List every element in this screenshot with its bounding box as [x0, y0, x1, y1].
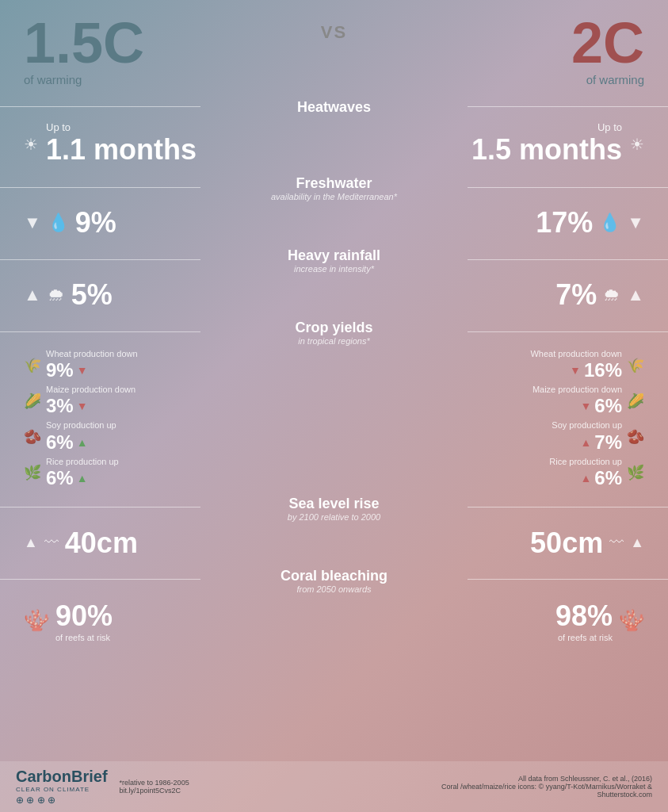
- left-temp-sub: of warming: [24, 73, 144, 86]
- arrow-down-maize-right: ▼: [580, 400, 591, 412]
- crop-subtitle: in tropical regions*: [0, 336, 668, 346]
- heatwaves-left-value: 1.1 months: [46, 133, 197, 167]
- footer-credit: All data from Schleussner, C. et al., (2…: [391, 775, 652, 799]
- sea-level-section-header: Sea level rise by 2100 relative to 2000: [0, 491, 668, 523]
- coral-icon-right: 🪸: [619, 608, 644, 633]
- rainfall-right: 7% 🌧 ▲: [486, 278, 644, 312]
- header: 1.5C of warming VS 2C of warming: [0, 0, 668, 94]
- rice-right-block: Rice production up ▲ 6% 🌿: [549, 457, 644, 489]
- coral-right-value: 98%: [555, 599, 613, 633]
- brand-name: CarbonBrief: [16, 768, 108, 786]
- wheat-left-label: Wheat production down: [46, 349, 138, 359]
- heatwaves-row: ☀ Up to 1.1 months Up to 1.5 months ☀: [0, 117, 668, 170]
- footer-credit-line1: All data from Schleussner, C. et al., (2…: [391, 775, 652, 783]
- crop-block: 🌾 Wheat production down 9% ▼ 🌽 Maize p: [0, 347, 668, 491]
- sea-level-subtitle: by 2100 relative to 2000: [0, 512, 668, 522]
- rice-right-label: Rice production up: [549, 457, 622, 467]
- maize-icon-right: 🌽: [627, 393, 644, 410]
- coral-subtitle: from 2050 onwards: [0, 584, 668, 594]
- drop-icon-right: 💧: [599, 213, 620, 233]
- soy-left-value: 6%: [46, 431, 74, 454]
- sea-level-left-value: 40cm: [65, 527, 138, 560]
- coral-left: 🪸 90% of reefs at risk: [24, 599, 113, 642]
- crop-left: 🌾 Wheat production down 9% ▼ 🌽 Maize p: [24, 349, 182, 489]
- rainfall-left: ▲ 🌧 5%: [24, 278, 182, 312]
- sea-level-row: ▲ 〰 40cm 50cm 〰 ▲: [0, 523, 668, 563]
- maize-left-block: 🌽 Maize production down 3% ▼: [24, 385, 182, 417]
- wheat-right-label: Wheat production down: [530, 349, 622, 359]
- footer-note-line1: *relative to 1986-2005: [120, 779, 380, 787]
- rice-left-block: 🌿 Rice production up 6% ▲: [24, 457, 182, 489]
- freshwater-section-header: Freshwater availability in the Mediterra…: [0, 170, 668, 203]
- soy-icon-left: 🫘: [24, 428, 41, 446]
- maize-left-label: Maize production down: [46, 385, 136, 395]
- wave-icon-left: 〰: [44, 534, 59, 551]
- coral-left-sub: of reefs at risk: [55, 633, 113, 642]
- wheat-left-value: 9%: [46, 359, 74, 381]
- rainfall-title: Heavy rainfall: [288, 247, 380, 264]
- rice-right-value: 6%: [594, 467, 622, 489]
- rice-left-label: Rice production up: [46, 457, 119, 467]
- wheat-right-block: Wheat production down ▼ 16% 🌾: [530, 349, 644, 381]
- rainfall-right-value: 7%: [555, 278, 597, 312]
- coral-right: 98% of reefs at risk 🪸: [555, 599, 644, 642]
- coral-left-value-block: 90% of reefs at risk: [55, 599, 113, 642]
- footer: CarbonBrief CLEAR ON CLIMATE ⊕ ⊕ ⊕ ⊕ *re…: [0, 761, 668, 812]
- rice-icon-right: 🌿: [627, 464, 644, 481]
- heatwaves-left-label: Up to: [46, 121, 197, 133]
- right-temp-block: 2C of warming: [571, 14, 644, 86]
- drop-icon-left: 💧: [48, 213, 69, 233]
- soy-left-label: Soy production up: [46, 420, 116, 431]
- wheat-right-value: 16%: [584, 359, 622, 381]
- footer-note-line2: bit.ly/1point5Cvs2C: [120, 787, 380, 795]
- arrow-up-rice-left: ▲: [77, 472, 88, 485]
- arrow-down-icon-fw-left: ▼: [24, 213, 41, 233]
- arrow-up-icon-rain-left: ▲: [24, 285, 41, 305]
- footer-brand: CarbonBrief CLEAR ON CLIMATE ⊕ ⊕ ⊕ ⊕: [16, 768, 108, 806]
- arrow-down-maize-left: ▼: [77, 400, 88, 412]
- coral-title: Coral bleaching: [281, 568, 387, 584]
- arrow-up-soy-right: ▲: [580, 436, 591, 449]
- sun-icon-left: ☀: [24, 135, 38, 154]
- heatwaves-right-value: 1.5 months: [471, 133, 622, 167]
- heatwaves-section-header: Heatwaves: [0, 94, 668, 117]
- crop-section-header: Crop yields in tropical regions*: [0, 315, 668, 347]
- coral-left-value: 90%: [55, 599, 113, 633]
- arrow-down-icon-fw-right: ▼: [627, 213, 644, 233]
- freshwater-right-value: 17%: [536, 206, 593, 239]
- crop-right: Wheat production down ▼ 16% 🌾 Maize prod…: [486, 349, 644, 489]
- rice-icon-left: 🌿: [24, 464, 41, 481]
- right-temp-sub: of warming: [586, 73, 644, 86]
- freshwater-subtitle: availability in the Mediterranean*: [0, 192, 668, 201]
- soy-right-block: Soy production up ▲ 7% 🫘: [552, 420, 644, 453]
- rainfall-row: ▲ 🌧 5% 7% 🌧 ▲: [0, 275, 668, 315]
- coral-right-value-block: 98% of reefs at risk: [555, 599, 613, 642]
- wheat-left-block: 🌾 Wheat production down 9% ▼: [24, 349, 182, 381]
- wheat-icon-right: 🌾: [627, 357, 644, 374]
- maize-right-block: Maize production down ▼ 6% 🌽: [532, 385, 644, 417]
- arrow-up-soy-left: ▲: [77, 436, 88, 449]
- sea-level-right: 50cm 〰 ▲: [486, 527, 644, 560]
- arrow-up-sea-right: ▲: [630, 534, 644, 551]
- freshwater-row: ▼ 💧 9% 17% 💧 ▼: [0, 203, 668, 243]
- cloud-icon-right: 🌧: [603, 285, 620, 305]
- right-temp-value: 2C: [571, 14, 644, 71]
- arrow-down-wheat-left: ▼: [77, 364, 88, 377]
- soy-left-block: 🫘 Soy production up 6% ▲: [24, 420, 182, 453]
- coral-icon-left: 🪸: [24, 608, 49, 633]
- freshwater-left: ▼ 💧 9%: [24, 206, 182, 239]
- wheat-icon-left: 🌾: [24, 357, 41, 374]
- crop-title: Crop yields: [295, 320, 372, 336]
- maize-left-value: 3%: [46, 395, 74, 417]
- arrow-up-sea-left: ▲: [24, 534, 38, 551]
- heatwaves-left: ☀ Up to 1.1 months: [24, 121, 197, 167]
- footer-note: *relative to 1986-2005 bit.ly/1point5Cvs…: [120, 779, 380, 795]
- freshwater-left-value: 9%: [75, 206, 116, 239]
- soy-icon-right: 🫘: [627, 428, 644, 446]
- maize-icon-left: 🌽: [24, 393, 41, 410]
- left-temp-block: 1.5C of warming: [24, 14, 144, 86]
- arrow-up-rice-right: ▲: [580, 472, 591, 485]
- arrow-down-wheat-right: ▼: [570, 364, 581, 377]
- sea-level-title: Sea level rise: [288, 496, 379, 512]
- sea-level-left: ▲ 〰 40cm: [24, 527, 182, 560]
